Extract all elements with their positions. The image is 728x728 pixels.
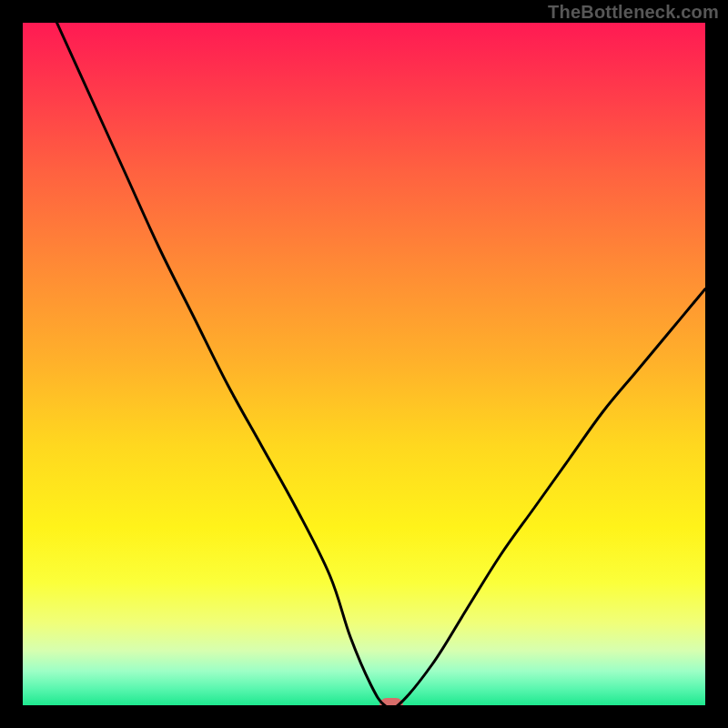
plot-area bbox=[23, 23, 705, 705]
bottleneck-curve bbox=[23, 23, 705, 705]
watermark-text: TheBottleneck.com bbox=[548, 2, 719, 23]
chart-frame: TheBottleneck.com bbox=[0, 0, 728, 728]
